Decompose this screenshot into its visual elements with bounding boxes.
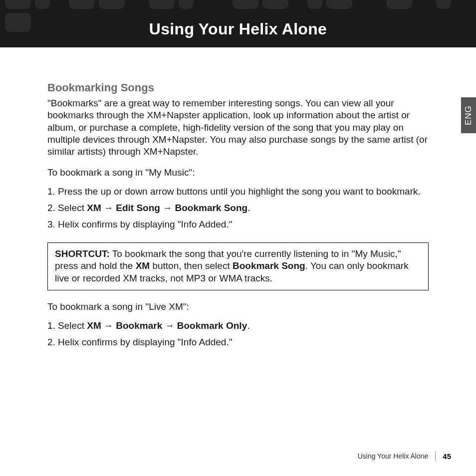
arrow-icon: → <box>101 203 116 213</box>
lead-livexm: To bookmark a song in "Live XM": <box>47 301 429 312</box>
step-2-live: 2. Helix confirms by displaying "Info Ad… <box>47 336 429 348</box>
step-1-live-prefix: 1. Select <box>47 320 87 331</box>
step-1: 1. Press the up or down arrow buttons un… <box>47 185 429 198</box>
shortcut-box: SHORTCUT: To bookmark the song that you'… <box>47 242 429 290</box>
intro-paragraph: "Bookmarks" are a great way to remember … <box>47 97 429 158</box>
steps-livexm: 1. Select XM → Bookmark → Bookmark Only.… <box>47 319 429 348</box>
nav-edit-song: Edit Song <box>116 203 160 213</box>
steps-mymusic: 1. Press the up or down arrow buttons un… <box>47 185 429 231</box>
shortcut-text-2: button, then select <box>150 260 233 271</box>
page-content: Bookmarking Songs "Bookmarks" are a grea… <box>0 47 476 348</box>
footer-page-number: 45 <box>443 452 451 461</box>
arrow-icon: → <box>101 320 116 331</box>
nav-bookmark: Bookmark <box>116 320 162 331</box>
step-2-prefix: 2. Select <box>47 203 87 213</box>
section-heading: Bookmarking Songs <box>47 81 429 94</box>
step-2: 2. Select XM → Edit Song → Bookmark Song… <box>47 202 429 214</box>
period: . <box>247 203 250 213</box>
period: . <box>247 320 249 331</box>
page-header: Using Your Helix Alone <box>0 0 476 47</box>
nav-xm: XM <box>87 320 101 331</box>
shortcut-xm: XM <box>136 260 150 271</box>
nav-xm: XM <box>87 203 101 213</box>
nav-bookmark-song: Bookmark Song <box>175 203 248 213</box>
step-3: 3. Helix confirms by displaying "Info Ad… <box>47 218 429 231</box>
shortcut-label: SHORTCUT: <box>55 248 110 259</box>
shortcut-bookmark: Bookmark Song <box>233 260 305 271</box>
arrow-icon: → <box>160 203 175 213</box>
nav-bookmark-only: Bookmark Only <box>177 320 247 331</box>
step-1-live: 1. Select XM → Bookmark → Bookmark Only. <box>47 319 429 332</box>
footer-title: Using Your Helix Alone <box>358 452 429 460</box>
page-title: Using Your Helix Alone <box>0 20 476 38</box>
lead-mymusic: To bookmark a song in "My Music": <box>47 167 429 178</box>
language-tab: ENG <box>461 97 476 133</box>
footer-divider <box>435 451 436 461</box>
arrow-icon: → <box>162 320 177 331</box>
page-footer: Using Your Helix Alone 45 <box>358 451 451 461</box>
